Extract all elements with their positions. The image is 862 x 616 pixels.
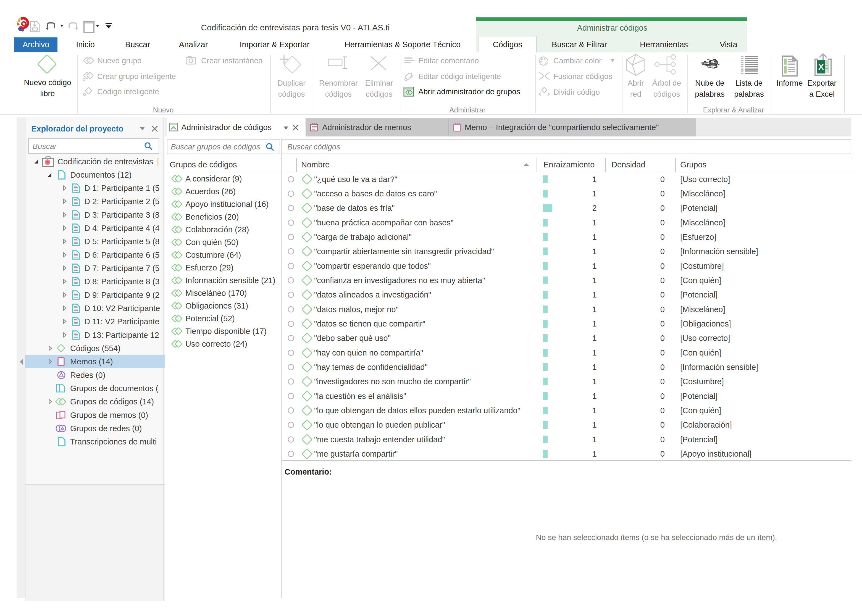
svg-text:X: X [818,62,824,71]
